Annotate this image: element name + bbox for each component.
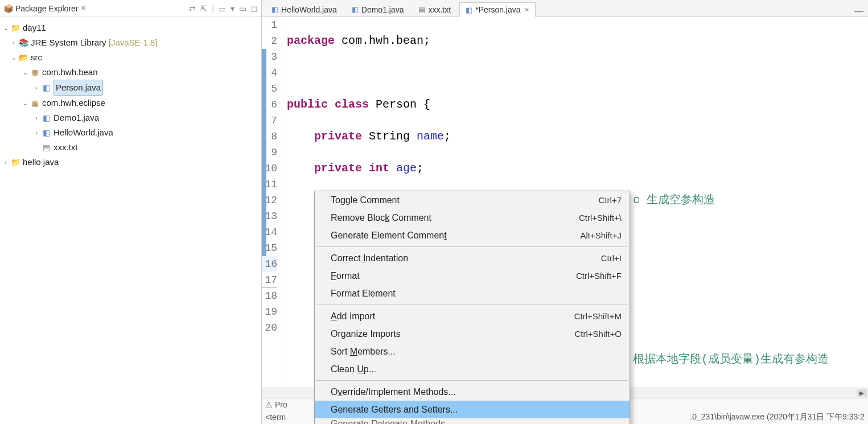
tab-xxx[interactable]: ▤ xxx.txt [412, 2, 457, 17]
menu-item[interactable]: Format Element [315, 285, 630, 302]
java-file-icon: ◧ [41, 110, 51, 125]
editor-tabs: ◧ HelloWorld.java ◧ Demo1.java ▤ xxx.txt… [262, 0, 868, 17]
view-menu-icon[interactable]: ▾ [231, 4, 235, 13]
menu-separator [316, 304, 628, 305]
text-file-icon: ▤ [418, 5, 425, 14]
expand-icon[interactable]: › [9, 35, 18, 50]
package-icon: ▦ [30, 65, 40, 80]
menu-item[interactable]: Override/Implement Methods... [315, 383, 630, 401]
tree-node-file[interactable]: › ◧ HelloWorld.java [1, 125, 260, 140]
tree-node-file[interactable]: › ◧ Person.java [1, 80, 260, 96]
menu-separator [316, 380, 628, 381]
menu-item[interactable]: Remove Block CommentCtrl+Shift+\ [315, 209, 630, 227]
maximize-icon[interactable]: ◻ [251, 4, 258, 13]
java-file-icon: ◧ [41, 80, 51, 95]
tab-person[interactable]: ◧ *Person.java ✕ [459, 2, 535, 17]
expand-icon[interactable]: › [32, 80, 41, 95]
package-explorer-view: 📦 Package Explorer ✕ ⇄ ⇱ | ⚏ ▾ ▭ ◻ ⌄ 📁 d… [0, 0, 262, 424]
expand-icon[interactable]: › [1, 155, 10, 170]
project-icon: 📁 [10, 20, 20, 35]
minimize-editor-icon[interactable]: — [850, 6, 868, 17]
menu-item[interactable]: Organize ImportsCtrl+Shift+O [315, 325, 630, 343]
menu-item-label: Override/Implement Methods... [331, 387, 622, 397]
tree-node-src[interactable]: ⌄ 📂 src [1, 50, 260, 65]
java-file-icon: ◧ [352, 5, 359, 14]
menu-item-label: Toggle Comment [331, 195, 599, 205]
minimize-icon[interactable]: ▭ [239, 4, 246, 13]
link-editor-icon[interactable]: ⇄ [189, 4, 196, 13]
collapse-icon[interactable]: ⌄ [1, 20, 10, 35]
tree-node-project[interactable]: › 📁 hello java [1, 155, 260, 170]
package-explorer-icon: 📦 [3, 4, 13, 13]
java-file-icon: ◧ [271, 5, 278, 14]
problems-icon: ⚠ [265, 400, 273, 409]
menu-item-label: Format [331, 271, 576, 281]
separator-icon: | [212, 4, 214, 13]
menu-item[interactable]: Generate Element CommentAlt+Shift+J [315, 227, 630, 244]
menu-item-label: Remove Block Comment [331, 213, 579, 223]
view-header: 📦 Package Explorer ✕ ⇄ ⇱ | ⚏ ▾ ▭ ◻ [0, 0, 261, 17]
package-icon: ▦ [30, 96, 40, 110]
tree-node-package[interactable]: ⌄ ▦ com.hwh.eclipse [1, 96, 260, 110]
source-folder-icon: 📂 [18, 50, 28, 65]
tree-node-jre[interactable]: › 📚 JRE System Library [JavaSE-1.8] [1, 35, 260, 50]
menu-item[interactable]: FormatCtrl+Shift+F [315, 267, 630, 285]
project-icon: 📁 [10, 155, 20, 170]
menu-item-shortcut: Ctrl+Shift+\ [579, 213, 622, 223]
menu-item[interactable]: Sort Members... [315, 343, 630, 360]
tab-demo1[interactable]: ◧ Demo1.java [345, 2, 410, 17]
menu-item-label: Generate Getters and Setters... [331, 405, 622, 415]
menu-item-shortcut: Ctrl+I [601, 253, 622, 263]
collapse-all-icon[interactable]: ⇱ [200, 4, 207, 13]
collapse-icon[interactable]: ⌄ [20, 96, 30, 110]
menu-item[interactable]: Clean Up... [315, 360, 630, 378]
view-toolbar: ⇄ ⇱ | ⚏ ▾ ▭ ◻ [189, 4, 258, 13]
tab-helloworld[interactable]: ◧ HelloWorld.java [265, 2, 343, 17]
menu-item[interactable]: Add ImportCtrl+Shift+M [315, 307, 630, 325]
close-icon[interactable]: ✕ [524, 6, 529, 14]
tree[interactable]: ⌄ 📁 day11 › 📚 JRE System Library [JavaSE… [0, 17, 261, 173]
menu-item-shortcut: Ctrl+7 [599, 195, 622, 205]
collapse-icon[interactable]: ⌄ [9, 50, 18, 65]
gutter: 1 2 3 4 5 6 7 8 9 10 11 12 13 14 15 16 1… [262, 17, 282, 388]
menu-item-label: Organize Imports [331, 329, 574, 339]
menu-item-label: Sort Members... [331, 347, 622, 357]
view-title: Package Explorer [15, 4, 79, 13]
menu-item[interactable]: Generate Delegate Methods... [315, 418, 630, 424]
menu-item-label: Clean Up... [331, 364, 622, 374]
menu-item-label: Format Element [331, 289, 622, 299]
menu-item-shortcut: Alt+Shift+J [580, 230, 622, 240]
menu-item-label: Generate Delegate Methods... [331, 419, 622, 424]
tree-node-file[interactable]: › ◧ Demo1.java [1, 110, 260, 125]
java-file-icon: ◧ [466, 6, 472, 14]
menu-item[interactable]: Toggle CommentCtrl+7 [315, 191, 630, 209]
tree-node-package[interactable]: ⌄ ▦ com.hwh.bean [1, 65, 260, 80]
menu-item-shortcut: Ctrl+Shift+F [576, 271, 622, 281]
scroll-right-icon[interactable]: ▶ [857, 389, 867, 397]
library-icon: 📚 [18, 35, 28, 50]
menu-item-label: Correct Indentation [331, 253, 601, 264]
expand-icon[interactable]: › [32, 110, 41, 125]
menu-item-label: Generate Element Comment [331, 230, 580, 241]
focus-icon[interactable]: ⚏ [219, 4, 226, 13]
menu-item-shortcut: Ctrl+Shift+O [574, 329, 622, 339]
collapse-icon[interactable]: ⌄ [20, 65, 30, 80]
menu-separator [316, 246, 628, 247]
source-context-menu[interactable]: Toggle CommentCtrl+7Remove Block Comment… [314, 191, 630, 424]
menu-item[interactable]: Correct IndentationCtrl+I [315, 249, 630, 267]
view-close-icon[interactable]: ✕ [81, 5, 86, 12]
java-file-icon: ◧ [41, 125, 51, 140]
menu-item[interactable]: Generate Getters and Setters... [315, 401, 630, 418]
tree-node-project[interactable]: ⌄ 📁 day11 [1, 20, 260, 35]
tree-node-file[interactable]: ▤ xxx.txt [1, 140, 260, 155]
text-file-icon: ▤ [41, 140, 51, 155]
menu-item-label: Add Import [331, 311, 574, 322]
menu-item-shortcut: Ctrl+Shift+M [574, 311, 622, 321]
expand-icon[interactable]: › [32, 125, 41, 140]
